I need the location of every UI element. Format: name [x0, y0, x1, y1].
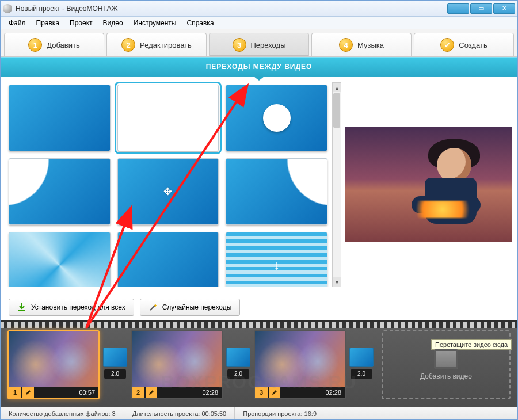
- step-label: Создать: [459, 41, 487, 49]
- timeline-transition[interactable]: 2.0: [103, 348, 127, 382]
- scrollbar[interactable]: ▴ ▾: [332, 82, 341, 287]
- transition-buttons-row: Установить переход для всех Случайные пе…: [1, 293, 517, 320]
- step-edit[interactable]: 2 Редактировать: [106, 33, 207, 56]
- scroll-down-icon[interactable]: ▾: [333, 277, 341, 287]
- step-tabs: 1 Добавить 2 Редактировать 3 Переходы 4 …: [1, 29, 517, 57]
- step-number-icon: 3: [233, 38, 246, 52]
- step-transitions[interactable]: 3 Переходы: [209, 33, 309, 56]
- clip-duration: 02:28: [325, 389, 345, 396]
- transition-thumb[interactable]: [226, 158, 327, 225]
- arrow-down-icon: ↓: [273, 258, 280, 273]
- edit-icon[interactable]: [22, 387, 34, 398]
- transition-grid: ✥ ✥ ↓: [6, 82, 332, 287]
- app-icon: [3, 4, 12, 13]
- edit-icon[interactable]: [146, 387, 157, 398]
- check-icon: ✓: [440, 38, 454, 52]
- timeline-clip[interactable]: 2 02:28: [131, 330, 223, 399]
- transition-thumb[interactable]: [117, 232, 219, 287]
- clip-duration: 02:28: [202, 389, 222, 396]
- step-label: Переходы: [251, 41, 286, 49]
- timeline-transition[interactable]: 2.0: [349, 348, 374, 382]
- download-icon: [17, 303, 26, 312]
- transition-thumb[interactable]: [9, 158, 111, 225]
- svg-rect-0: [18, 310, 25, 311]
- status-duration: Длительность проекта: 00:05:50: [124, 407, 235, 419]
- step-number-icon: 1: [28, 38, 42, 52]
- transition-thumb[interactable]: [9, 85, 111, 151]
- status-ratio: Пропорции проекта: 16:9: [235, 407, 325, 419]
- scroll-up-icon[interactable]: ▴: [333, 83, 341, 92]
- transition-duration: 2.0: [227, 369, 249, 379]
- app-window: Новый проект - ВидеоМОНТАЖ ─ ▭ ✕ Файл Пр…: [0, 0, 518, 420]
- move-icon: ✥: [163, 185, 172, 198]
- scroll-handle[interactable]: [333, 93, 340, 128]
- film-perforation: [1, 322, 517, 328]
- status-files: Количество добавленных файлов: 3: [1, 407, 124, 419]
- clip-index: 1: [9, 387, 21, 398]
- step-add[interactable]: 1 Добавить: [4, 33, 104, 56]
- clip-index: 3: [255, 387, 268, 398]
- timeline-clip[interactable]: ✂ ★ 1 00:57: [7, 330, 100, 399]
- menubar: Файл Правка Проект Видео Инструменты Спр…: [1, 17, 517, 29]
- menu-tools[interactable]: Инструменты: [129, 18, 181, 28]
- transition-thumb[interactable]: [117, 85, 219, 151]
- statusbar: Количество добавленных файлов: 3 Длитель…: [1, 407, 517, 419]
- menu-project[interactable]: Проект: [65, 18, 97, 28]
- timeline: ✂ ★ 1 00:57 2.0 2 02:28 2.0: [1, 320, 517, 407]
- transition-thumb[interactable]: ✥: [226, 85, 327, 151]
- step-create[interactable]: ✓ Создать: [414, 33, 514, 56]
- expand-icon: ✥: [272, 112, 281, 124]
- clip-index: 2: [132, 387, 144, 398]
- tooltip: Перетащите видео сюда: [431, 339, 512, 350]
- titlebar: Новый проект - ВидеоМОНТАЖ ─ ▭ ✕: [1, 1, 517, 17]
- preview-screen[interactable]: [345, 127, 512, 242]
- menu-file[interactable]: Файл: [4, 18, 31, 28]
- apply-all-button[interactable]: Установить переход для всех: [9, 299, 134, 316]
- edit-icon[interactable]: [269, 387, 280, 398]
- transition-duration: 2.0: [104, 369, 126, 379]
- menu-help[interactable]: Справка: [182, 18, 218, 28]
- workarea: ✥ ✥ ↓ ▴ ▾: [1, 77, 517, 293]
- transition-thumb[interactable]: ↓: [226, 232, 327, 287]
- step-number-icon: 2: [121, 38, 135, 52]
- minimize-button[interactable]: ─: [447, 3, 469, 14]
- menu-video[interactable]: Видео: [98, 18, 128, 28]
- clip-duration: 00:57: [79, 389, 98, 396]
- random-button[interactable]: Случайные переходы: [140, 299, 241, 316]
- button-label: Установить переход для всех: [31, 303, 125, 311]
- step-music[interactable]: 4 Музыка: [311, 33, 412, 56]
- button-label: Случайные переходы: [162, 303, 232, 311]
- banner-title: ПЕРЕХОДЫ МЕЖДУ ВИДЕО: [206, 63, 313, 71]
- drop-zone[interactable]: Перетащите видео сюда Добавить видео: [382, 330, 511, 399]
- transition-duration: 2.0: [351, 369, 372, 379]
- menu-edit[interactable]: Правка: [32, 18, 64, 28]
- section-banner: ПЕРЕХОДЫ МЕЖДУ ВИДЕО: [1, 57, 517, 77]
- film-icon: [434, 349, 458, 369]
- drop-label: Добавить видео: [420, 372, 472, 380]
- wand-icon: [148, 303, 158, 312]
- maximize-button[interactable]: ▭: [470, 3, 492, 14]
- timeline-clip[interactable]: 3 02:28: [254, 330, 346, 399]
- window-title: Новый проект - ВидеоМОНТАЖ: [16, 5, 447, 13]
- step-label: Музыка: [357, 41, 384, 49]
- step-number-icon: 4: [339, 38, 353, 52]
- step-label: Добавить: [47, 41, 79, 49]
- transition-thumb[interactable]: ✥: [117, 158, 219, 225]
- step-label: Редактировать: [140, 41, 192, 49]
- preview-panel: [345, 82, 512, 287]
- close-button[interactable]: ✕: [493, 3, 515, 14]
- timeline-transition[interactable]: 2.0: [226, 348, 250, 382]
- transition-thumb[interactable]: [9, 232, 111, 287]
